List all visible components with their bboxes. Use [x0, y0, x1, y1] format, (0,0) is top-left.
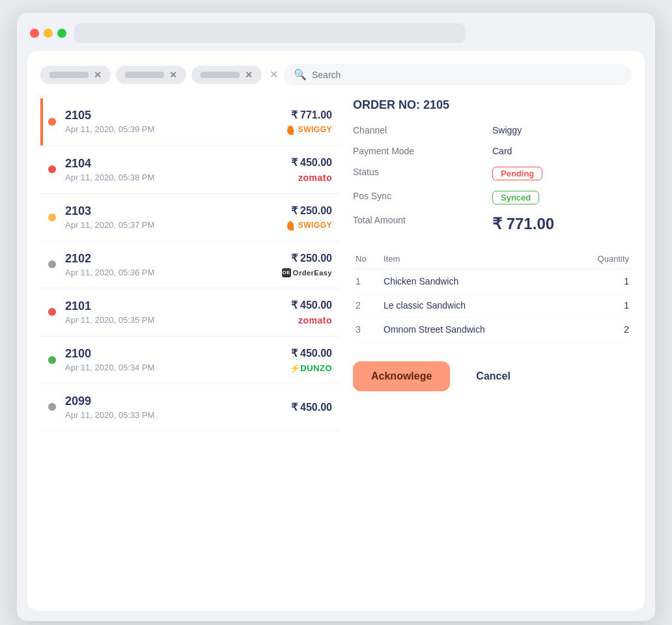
search-input[interactable] — [312, 70, 621, 80]
detail-info-grid: Channel Swiggy Payment Mode Card Status … — [353, 125, 632, 233]
main-content: 2105 Apr 11, 2020, 05:39 PM ₹ 771.00 SWI… — [40, 98, 632, 431]
cancel-button[interactable]: Cancel — [463, 361, 523, 391]
browser-chrome — [17, 13, 655, 51]
item-no-1: 1 — [353, 270, 381, 294]
order-number-2102: 2102 — [65, 252, 282, 266]
order-amount-2105: ₹ 771.00 — [291, 109, 332, 121]
order-info-2099: 2099 Apr 11, 2020, 05:33 PM — [65, 395, 291, 420]
status-badge-pending: Pending — [492, 167, 542, 180]
channel-badge-2104: zomato — [298, 173, 332, 183]
filter-chip-2[interactable]: ✕ — [116, 66, 186, 84]
order-number-2101: 2101 — [65, 299, 291, 313]
acknowledge-button[interactable]: Acknowlege — [353, 361, 450, 391]
order-amount-2103: ₹ 250.00 — [291, 204, 332, 217]
order-time-2102: Apr 11, 2020, 05:36 PM — [65, 268, 282, 277]
order-number-2103: 2103 — [65, 204, 287, 218]
order-amount-2100: ₹ 450.00 — [291, 347, 332, 359]
filter-chip-1[interactable]: ✕ — [40, 66, 111, 84]
order-time-2103: Apr 11, 2020, 05:37 PM — [65, 220, 287, 230]
order-info-2105: 2105 Apr 11, 2020, 05:39 PM — [65, 109, 287, 134]
traffic-lights — [30, 29, 66, 38]
channel-badge-2103: SWIGGY — [287, 221, 332, 230]
chip-text-2 — [125, 72, 164, 78]
traffic-light-green[interactable] — [57, 29, 66, 38]
order-info-2102: 2102 Apr 11, 2020, 05:36 PM — [65, 252, 282, 277]
status-dot-2101 — [48, 308, 56, 316]
item-name-2: Le classic Sandwich — [381, 294, 567, 318]
item-qty-3: 2 — [567, 318, 632, 342]
channel-value: Swiggy — [492, 125, 632, 135]
order-right-2099: ₹ 450.00 — [291, 401, 332, 413]
item-qty-1: 1 — [567, 270, 632, 294]
status-dot-2105 — [48, 118, 56, 126]
action-buttons: Acknowlege Cancel — [353, 361, 632, 391]
item-name-1: Chicken Sandwich — [381, 270, 567, 294]
order-time-2100: Apr 11, 2020, 05:34 PM — [65, 363, 290, 372]
status-label: Status — [353, 167, 492, 180]
table-row: 1 Chicken Sandwich 1 — [353, 270, 632, 294]
status-value: Pending — [492, 167, 632, 180]
order-number-2105: 2105 — [65, 109, 287, 122]
chip-text-1 — [49, 72, 89, 78]
search-icon: 🔍 — [294, 68, 307, 81]
status-dot-2102 — [48, 260, 56, 268]
col-no: No — [353, 249, 381, 270]
order-item-2099[interactable]: 2099 Apr 11, 2020, 05:33 PM ₹ 450.00 — [40, 384, 340, 431]
traffic-light-red[interactable] — [30, 29, 39, 38]
traffic-light-yellow[interactable] — [44, 29, 53, 38]
order-number-2104: 2104 — [65, 157, 291, 171]
payment-label: Payment Mode — [353, 146, 492, 156]
order-amount-2101: ₹ 450.00 — [291, 299, 332, 311]
order-item-2104[interactable]: 2104 Apr 11, 2020, 05:38 PM ₹ 450.00 zom… — [40, 146, 340, 194]
order-info-2101: 2101 Apr 11, 2020, 05:35 PM — [65, 299, 291, 325]
search-box[interactable]: 🔍 — [283, 64, 632, 85]
status-dot-2100 — [48, 356, 56, 364]
order-item-2100[interactable]: 2100 Apr 11, 2020, 05:34 PM ₹ 450.00 ⚡DU… — [40, 337, 340, 384]
channel-badge-2101: zomato — [298, 315, 332, 326]
item-qty-2: 1 — [567, 294, 632, 318]
status-dot-2099 — [48, 403, 56, 411]
order-time-2104: Apr 11, 2020, 05:38 PM — [65, 173, 291, 182]
pos-sync-value: Synced — [492, 191, 632, 204]
status-badge-synced: Synced — [492, 191, 539, 204]
order-item-2105[interactable]: 2105 Apr 11, 2020, 05:39 PM ₹ 771.00 SWI… — [40, 98, 340, 146]
address-bar[interactable] — [74, 23, 465, 43]
chip-close-2[interactable]: ✕ — [169, 70, 177, 80]
order-right-2105: ₹ 771.00 SWIGGY — [287, 109, 332, 135]
chip-close-3[interactable]: ✕ — [245, 70, 253, 80]
order-list: 2105 Apr 11, 2020, 05:39 PM ₹ 771.00 SWI… — [40, 98, 340, 431]
order-amount-2102: ₹ 250.00 — [291, 252, 332, 264]
order-number-2100: 2100 — [65, 347, 290, 361]
order-item-2103[interactable]: 2103 Apr 11, 2020, 05:37 PM ₹ 250.00 SWI… — [40, 194, 340, 242]
status-dot-2103 — [48, 214, 56, 221]
ordereasy-icon: OE — [282, 268, 291, 277]
channel-label: Channel — [353, 125, 492, 135]
col-quantity: Quantity — [567, 249, 632, 270]
table-row: 2 Le classic Sandwich 1 — [353, 294, 632, 318]
channel-badge-2102: OE OrderEasy — [282, 268, 332, 277]
order-amount-2104: ₹ 450.00 — [291, 156, 332, 169]
order-time-2105: Apr 11, 2020, 05:39 PM — [65, 124, 287, 134]
order-right-2103: ₹ 250.00 SWIGGY — [287, 204, 332, 230]
status-dot-2104 — [48, 165, 56, 173]
order-right-2100: ₹ 450.00 ⚡DUNZO — [290, 347, 332, 373]
app-container: ✕ ✕ ✕ ✕ 🔍 — [27, 51, 645, 611]
order-right-2101: ₹ 450.00 zomato — [291, 299, 332, 326]
table-row: 3 Omnom Street Sandwich 2 — [353, 318, 632, 342]
order-info-2103: 2103 Apr 11, 2020, 05:37 PM — [65, 204, 287, 230]
order-right-2104: ₹ 450.00 zomato — [291, 156, 332, 183]
channel-badge-2105: SWIGGY — [287, 125, 332, 135]
col-item: Item — [381, 249, 567, 270]
filter-bar: ✕ ✕ ✕ ✕ 🔍 — [40, 64, 632, 85]
order-info-2104: 2104 Apr 11, 2020, 05:38 PM — [65, 157, 291, 182]
order-number-2099: 2099 — [65, 395, 291, 408]
chip-close-1[interactable]: ✕ — [94, 70, 102, 80]
item-no-2: 2 — [353, 294, 381, 318]
order-item-2102[interactable]: 2102 Apr 11, 2020, 05:36 PM ₹ 250.00 OE … — [40, 242, 340, 288]
item-no-3: 3 — [353, 318, 381, 342]
items-table: No Item Quantity 1 Chicken Sandwich 1 2 — [353, 249, 632, 342]
filter-clear-all[interactable]: ✕ — [270, 68, 278, 81]
filter-chip-3[interactable]: ✕ — [191, 66, 262, 84]
detail-panel: ORDER NO: 2105 Channel Swiggy Payment Mo… — [353, 98, 632, 431]
order-item-2101[interactable]: 2101 Apr 11, 2020, 05:35 PM ₹ 450.00 zom… — [40, 288, 340, 337]
